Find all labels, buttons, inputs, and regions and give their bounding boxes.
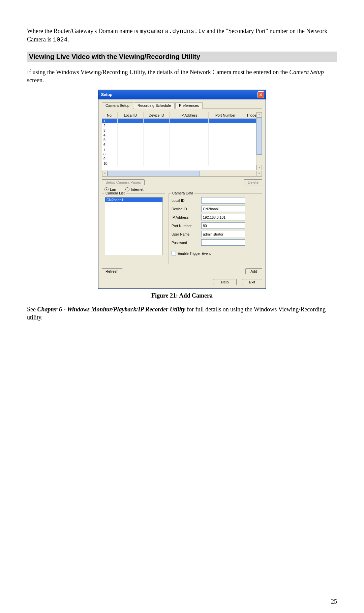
- table-row[interactable]: 5: [102, 137, 262, 142]
- table-header: No. Local ID Device ID IP Address Port N…: [102, 112, 262, 119]
- screenshot-wrapper: Setup ✕ Camera Setup Recording Schedule …: [27, 90, 337, 289]
- scroll-right-icon[interactable]: >: [256, 171, 262, 176]
- col-device-id[interactable]: Device ID: [144, 112, 170, 118]
- table-row[interactable]: 2: [102, 123, 262, 128]
- intro-text3: .: [67, 36, 69, 43]
- horizontal-scrollbar[interactable]: < >: [102, 171, 262, 176]
- setup-camera-pages-button[interactable]: Setup Camera Pages: [102, 179, 145, 185]
- password-field[interactable]: [201, 239, 245, 246]
- delete-button[interactable]: Delete: [244, 179, 262, 185]
- col-port-number[interactable]: Port Number: [209, 112, 242, 118]
- local-id-label: Local ID: [172, 198, 201, 203]
- tab-recording-schedule[interactable]: Recording Schedule: [134, 102, 175, 109]
- col-no[interactable]: No.: [102, 112, 118, 118]
- closing-bold: Chapter 6 - Windows Monitor/Playback/IP …: [37, 306, 185, 313]
- exit-button[interactable]: Exit: [242, 279, 262, 285]
- window-title: Setup: [101, 92, 112, 97]
- col-ip-address[interactable]: IP Address: [170, 112, 209, 118]
- checkbox-icon[interactable]: [172, 251, 176, 255]
- radio-internet-label: Internet: [131, 187, 143, 191]
- section-heading: Viewing Live Video with the Viewing/Reco…: [27, 52, 337, 62]
- p2-text2: screen.: [27, 77, 44, 84]
- page-number: 25: [27, 598, 337, 605]
- table-row[interactable]: 10: [102, 161, 262, 166]
- port-number-field[interactable]: [201, 222, 245, 229]
- table-row[interactable]: 7: [102, 147, 262, 152]
- titlebar: Setup ✕: [98, 90, 266, 99]
- camera-table: No. Local ID Device ID IP Address Port N…: [102, 112, 262, 177]
- refresh-button[interactable]: Refresh: [102, 268, 122, 274]
- scroll-down-icon[interactable]: v: [256, 165, 262, 170]
- table-body: 1 2 3 4 5 6 7 8 9 10: [102, 119, 262, 168]
- camera-list-group: Camera List CN2baab1: [102, 193, 165, 264]
- enable-trigger-label: Enable Trigger Event: [178, 251, 211, 255]
- ip-address-label: IP Address: [172, 215, 201, 219]
- table-row[interactable]: 6: [102, 142, 262, 147]
- tab-camera-setup[interactable]: Camera Setup: [102, 102, 133, 109]
- help-button[interactable]: Help: [213, 279, 237, 285]
- vertical-scrollbar[interactable]: ^ v: [256, 112, 262, 170]
- hscroll-thumb[interactable]: [108, 171, 200, 176]
- closing-paragraph: See Chapter 6 - Windows Monitor/Playback…: [27, 305, 337, 322]
- paragraph-2: If using the Windows Viewing/Recording U…: [27, 68, 337, 85]
- intro-domain: mycamera.dyndns.tv: [140, 28, 205, 35]
- device-id-field[interactable]: [201, 206, 245, 212]
- table-row[interactable]: 1: [102, 119, 262, 123]
- radio-internet[interactable]: Internet: [125, 187, 143, 191]
- table-row[interactable]: 8: [102, 152, 262, 156]
- add-button[interactable]: Add: [245, 268, 262, 274]
- user-name-label: User Name: [172, 232, 201, 236]
- device-id-label: Device ID: [172, 207, 201, 211]
- list-item[interactable]: CN2baab1: [105, 197, 162, 202]
- table-row[interactable]: 4: [102, 133, 262, 137]
- close-icon[interactable]: ✕: [257, 91, 264, 98]
- enable-trigger-row[interactable]: Enable Trigger Event: [172, 251, 259, 255]
- scroll-left-icon[interactable]: <: [102, 171, 108, 176]
- p2-italic: Camera Setup: [289, 69, 324, 75]
- table-row[interactable]: 9: [102, 156, 262, 161]
- intro-text1: Where the Router/Gateway's Domain name i…: [27, 28, 140, 34]
- tab-strip: Camera Setup Recording Schedule Preferen…: [102, 102, 262, 109]
- closing-text1: See: [27, 306, 37, 313]
- radio-unchecked-icon: [125, 187, 129, 191]
- intro-port: 1024: [53, 36, 67, 43]
- intro-paragraph: Where the Router/Gateway's Domain name i…: [27, 27, 337, 44]
- p2-text1: If using the Windows Viewing/Recording U…: [27, 69, 289, 75]
- scroll-up-icon[interactable]: ^: [256, 112, 262, 118]
- dialog-body: Camera Setup Recording Schedule Preferen…: [98, 99, 266, 288]
- ip-address-field[interactable]: [201, 214, 245, 220]
- camera-data-group: Camera Data Local ID Device ID IP Addres…: [169, 193, 262, 264]
- port-number-label: Port Number: [172, 224, 201, 228]
- col-local-id[interactable]: Local ID: [118, 112, 144, 118]
- table-row[interactable]: 3: [102, 128, 262, 133]
- user-name-field[interactable]: [201, 231, 245, 237]
- tab-preferences[interactable]: Preferences: [175, 102, 203, 109]
- camera-listbox[interactable]: CN2baab1: [105, 197, 163, 255]
- local-id-field[interactable]: [201, 197, 245, 204]
- figure-caption: Figure 21: Add Camera: [27, 292, 337, 299]
- setup-dialog: Setup ✕ Camera Setup Recording Schedule …: [98, 90, 266, 289]
- vscroll-thumb[interactable]: [256, 118, 262, 155]
- camera-list-title: Camera List: [104, 191, 126, 195]
- camera-data-title: Camera Data: [171, 191, 194, 195]
- password-label: Password: [172, 241, 201, 245]
